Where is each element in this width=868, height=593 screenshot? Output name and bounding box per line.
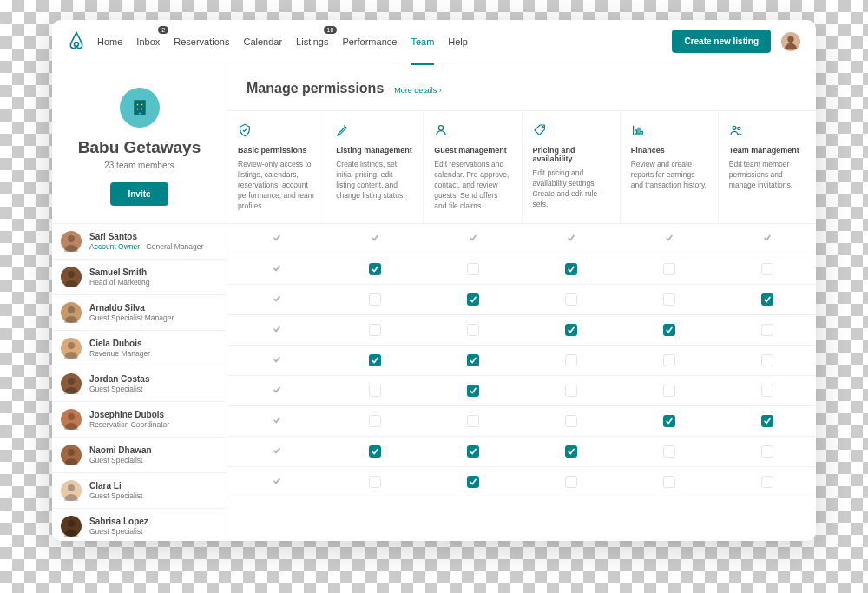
- permission-checkbox[interactable]: [467, 293, 479, 306]
- perm-cell[interactable]: [522, 315, 620, 345]
- permission-checkbox[interactable]: [761, 263, 773, 275]
- nav-calendar[interactable]: Calendar: [243, 33, 282, 50]
- perm-cell[interactable]: [718, 437, 816, 466]
- perm-cell[interactable]: [718, 406, 816, 436]
- permission-checkbox[interactable]: [369, 415, 381, 427]
- invite-button[interactable]: Invite: [110, 182, 168, 206]
- perm-cell[interactable]: [718, 346, 816, 375]
- permission-checkbox[interactable]: [369, 476, 381, 488]
- permission-checkbox[interactable]: [663, 293, 675, 306]
- perm-cell[interactable]: [620, 467, 718, 497]
- perm-cell[interactable]: [326, 437, 424, 466]
- brand-logo-icon[interactable]: [68, 31, 85, 52]
- nav-help[interactable]: Help: [448, 33, 468, 50]
- perm-cell[interactable]: [718, 467, 816, 497]
- permission-checkbox[interactable]: [369, 385, 381, 397]
- perm-cell[interactable]: [718, 315, 816, 345]
- profile-avatar[interactable]: [781, 32, 800, 51]
- permission-checkbox[interactable]: [565, 263, 577, 275]
- perm-cell[interactable]: [326, 254, 424, 284]
- nav-listings[interactable]: Listings10: [296, 33, 328, 50]
- perm-cell[interactable]: [424, 376, 522, 405]
- perm-cell[interactable]: [522, 406, 620, 436]
- perm-cell[interactable]: [620, 315, 718, 345]
- permission-checkbox[interactable]: [369, 445, 381, 458]
- member-row[interactable]: Sabrisa LopezGuest Specialist: [52, 508, 227, 541]
- permission-checkbox[interactable]: [565, 445, 577, 458]
- permission-checkbox[interactable]: [761, 385, 773, 397]
- perm-cell[interactable]: [620, 346, 718, 375]
- perm-cell[interactable]: [424, 315, 522, 345]
- perm-cell[interactable]: [326, 376, 424, 405]
- perm-cell[interactable]: [522, 437, 620, 466]
- permission-checkbox[interactable]: [663, 476, 675, 488]
- member-row[interactable]: Naomi DhawanGuest Specialist: [52, 437, 227, 472]
- perm-cell[interactable]: [424, 254, 522, 284]
- permission-checkbox[interactable]: [467, 476, 479, 488]
- perm-cell[interactable]: [424, 437, 522, 466]
- perm-cell[interactable]: [620, 437, 718, 466]
- permission-checkbox[interactable]: [467, 324, 479, 336]
- permission-checkbox[interactable]: [369, 324, 381, 336]
- nav-home[interactable]: Home: [97, 33, 122, 50]
- perm-cell[interactable]: [522, 285, 620, 314]
- perm-cell[interactable]: [718, 376, 816, 405]
- perm-cell[interactable]: [326, 346, 424, 375]
- perm-cell[interactable]: [522, 254, 620, 284]
- permission-checkbox[interactable]: [565, 293, 577, 306]
- permission-checkbox[interactable]: [565, 415, 577, 427]
- permission-checkbox[interactable]: [761, 354, 773, 366]
- perm-cell[interactable]: [522, 346, 620, 375]
- perm-cell[interactable]: [620, 406, 718, 436]
- permission-checkbox[interactable]: [467, 354, 479, 366]
- nav-performance[interactable]: Performance: [342, 33, 397, 50]
- perm-cell[interactable]: [424, 346, 522, 375]
- permission-checkbox[interactable]: [663, 415, 675, 427]
- permission-checkbox[interactable]: [663, 263, 675, 275]
- permission-checkbox[interactable]: [467, 415, 479, 427]
- perm-cell[interactable]: [620, 376, 718, 405]
- permission-checkbox[interactable]: [369, 354, 381, 366]
- perm-cell[interactable]: [620, 285, 718, 314]
- permission-checkbox[interactable]: [565, 476, 577, 488]
- perm-cell[interactable]: [326, 315, 424, 345]
- permission-checkbox[interactable]: [369, 293, 381, 306]
- permission-checkbox[interactable]: [467, 445, 479, 458]
- member-row[interactable]: Samuel SmithHead of Marketing: [52, 259, 227, 294]
- perm-cell[interactable]: [424, 285, 522, 314]
- permission-checkbox[interactable]: [565, 354, 577, 366]
- perm-cell[interactable]: [424, 406, 522, 436]
- member-row[interactable]: Arnaldo SilvaGuest Specialist Manager: [52, 294, 227, 330]
- permission-checkbox[interactable]: [663, 385, 675, 397]
- perm-cell[interactable]: [718, 254, 816, 284]
- nav-reservations[interactable]: Reservations: [174, 33, 229, 50]
- permission-checkbox[interactable]: [761, 445, 773, 458]
- permission-checkbox[interactable]: [467, 385, 479, 397]
- permission-checkbox[interactable]: [761, 293, 773, 306]
- nav-inbox[interactable]: Inbox2: [136, 33, 160, 50]
- more-details-link[interactable]: More details ›: [394, 86, 442, 95]
- create-listing-button[interactable]: Create new listing: [672, 30, 771, 53]
- permission-checkbox[interactable]: [565, 385, 577, 397]
- perm-cell[interactable]: [326, 406, 424, 436]
- permission-checkbox[interactable]: [663, 324, 675, 336]
- nav-team[interactable]: Team: [411, 33, 434, 50]
- member-row[interactable]: Clara LiGuest Specialist: [52, 472, 227, 508]
- perm-cell[interactable]: [326, 285, 424, 314]
- member-row[interactable]: Ciela DuboisRevenue Manager: [52, 330, 227, 366]
- perm-cell[interactable]: [326, 467, 424, 497]
- member-row[interactable]: Sari SantosAccount Owner · General Manag…: [52, 223, 227, 259]
- permission-checkbox[interactable]: [369, 263, 381, 275]
- member-row[interactable]: Josephine DuboisReservation Coordinator: [52, 401, 227, 437]
- permission-checkbox[interactable]: [761, 324, 773, 336]
- permission-checkbox[interactable]: [761, 415, 773, 427]
- permission-checkbox[interactable]: [761, 476, 773, 488]
- perm-cell[interactable]: [718, 285, 816, 314]
- perm-cell[interactable]: [522, 467, 620, 497]
- perm-cell[interactable]: [424, 467, 522, 497]
- permission-checkbox[interactable]: [565, 324, 577, 336]
- perm-cell[interactable]: [522, 376, 620, 405]
- permission-checkbox[interactable]: [467, 263, 479, 275]
- permission-checkbox[interactable]: [663, 354, 675, 366]
- perm-cell[interactable]: [620, 254, 718, 284]
